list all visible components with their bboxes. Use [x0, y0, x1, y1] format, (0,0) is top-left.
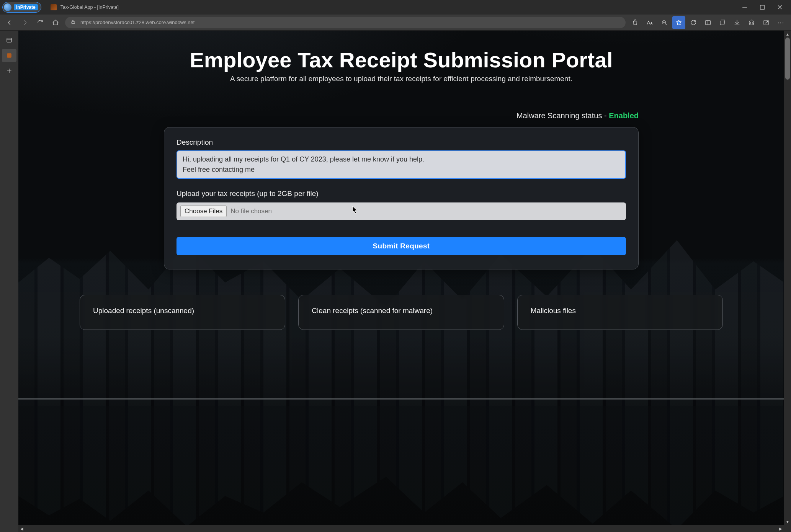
- forward-button[interactable]: [18, 16, 31, 29]
- inprivate-badge: InPrivate: [14, 4, 38, 10]
- status-label: Malware Scanning status -: [516, 111, 609, 120]
- refresh-button[interactable]: [34, 16, 47, 29]
- split-screen-icon[interactable]: [701, 16, 714, 29]
- extensions-icon[interactable]: [745, 16, 758, 29]
- favicon-icon: [51, 4, 57, 10]
- upload-label: Upload your tax receipts (up to 2GB per …: [177, 189, 626, 198]
- scroll-down-icon[interactable]: ▼: [785, 519, 790, 524]
- lock-icon: [70, 19, 76, 26]
- window-buttons: [736, 0, 789, 15]
- malware-scan-status: Malware Scanning status - Enabled: [516, 111, 639, 120]
- choose-files-button[interactable]: Choose Files: [180, 206, 227, 217]
- svg-rect-7: [7, 54, 11, 58]
- text-size-icon[interactable]: [643, 16, 656, 29]
- horizontal-scrollbar[interactable]: ◀ ▶: [18, 525, 784, 532]
- home-button[interactable]: [49, 16, 62, 29]
- panel-malicious-files: Malicious files: [517, 295, 723, 330]
- browser-tab[interactable]: Tax-Global App - [InPrivate]: [46, 2, 123, 13]
- scroll-left-icon[interactable]: ◀: [19, 526, 25, 531]
- more-menu-button[interactable]: ⋯: [774, 18, 788, 27]
- toolbar-right-icons: ⋯: [629, 16, 788, 29]
- profile-chip[interactable]: InPrivate: [2, 2, 41, 13]
- page-viewport: Employee Tax Receipt Submission Portal A…: [18, 31, 784, 525]
- tab-title: Tax-Global App - [InPrivate]: [60, 5, 119, 10]
- downloads-icon[interactable]: [731, 16, 744, 29]
- svg-rect-6: [7, 38, 11, 42]
- scroll-up-icon[interactable]: ▲: [785, 31, 790, 37]
- submission-form-card: Description Upload your tax receipts (up…: [164, 127, 639, 269]
- scroll-thumb[interactable]: [785, 38, 790, 80]
- new-tab-button[interactable]: [2, 64, 16, 77]
- sync-icon[interactable]: [687, 16, 700, 29]
- file-input[interactable]: Choose Files No file chosen: [177, 202, 626, 220]
- panel-uploaded-title: Uploaded receipts (unscanned): [93, 307, 272, 315]
- minimize-button[interactable]: [736, 0, 753, 15]
- status-value: Enabled: [609, 111, 639, 120]
- scroll-right-icon[interactable]: ▶: [778, 526, 783, 531]
- description-label: Description: [177, 138, 626, 147]
- page-title: Employee Tax Receipt Submission Portal: [190, 47, 613, 72]
- vertical-tab-current[interactable]: [2, 49, 16, 62]
- tab-actions-icon[interactable]: [2, 34, 16, 47]
- close-button[interactable]: [771, 0, 789, 15]
- zoom-icon[interactable]: [658, 16, 671, 29]
- address-bar[interactable]: https://prodenvstoracc01.z28.web.core.wi…: [65, 17, 626, 28]
- favorite-star-icon[interactable]: [672, 16, 685, 29]
- submit-request-button[interactable]: Submit Request: [177, 237, 626, 255]
- svg-rect-0: [760, 5, 765, 10]
- back-button[interactable]: [3, 16, 16, 29]
- results-panels: Uploaded receipts (unscanned) Clean rece…: [80, 295, 723, 330]
- browser-toolbar: https://prodenvstoracc01.z28.web.core.wi…: [0, 15, 791, 31]
- scrollbar-corner: [784, 525, 791, 532]
- description-input[interactable]: [177, 150, 626, 179]
- panel-clean-title: Clean receipts (scanned for malware): [312, 307, 490, 315]
- page-subtitle: A secure platform for all employees to u…: [190, 75, 613, 83]
- page-header: Employee Tax Receipt Submission Portal A…: [190, 47, 613, 83]
- svg-rect-4: [720, 21, 724, 25]
- panel-uploaded-receipts: Uploaded receipts (unscanned): [80, 295, 285, 330]
- maximize-button[interactable]: [753, 0, 771, 15]
- url-text: https://prodenvstoracc01.z28.web.core.wi…: [80, 20, 194, 25]
- avatar: [4, 3, 11, 11]
- collections-icon[interactable]: [716, 16, 729, 29]
- window-titlebar: InPrivate Tax-Global App - [InPrivate]: [0, 0, 791, 15]
- vertical-tabs-sidebar: [0, 31, 18, 532]
- panel-malicious-title: Malicious files: [531, 307, 709, 315]
- no-file-chosen-text: No file chosen: [230, 207, 272, 215]
- tab-strip: InPrivate Tax-Global App - [InPrivate]: [2, 2, 123, 13]
- panel-clean-receipts: Clean receipts (scanned for malware): [298, 295, 504, 330]
- shopping-icon[interactable]: [629, 16, 642, 29]
- svg-rect-1: [72, 21, 75, 23]
- vertical-scrollbar[interactable]: ▲ ▼: [784, 31, 791, 525]
- status-row: Malware Scanning status - Enabled: [164, 111, 639, 120]
- export-icon[interactable]: [760, 16, 773, 29]
